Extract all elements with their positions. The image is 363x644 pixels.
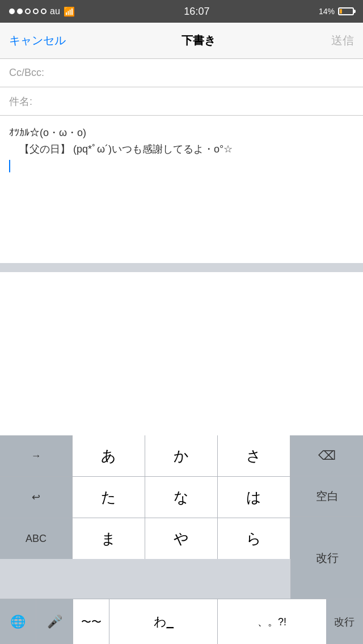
nav-title: 下書き bbox=[182, 33, 216, 48]
signal-dot-4 bbox=[33, 9, 39, 14]
battery-fill bbox=[340, 9, 342, 14]
key-ha[interactable]: は bbox=[218, 477, 290, 518]
battery-icon bbox=[338, 7, 354, 15]
status-left: au 📶 bbox=[9, 6, 75, 17]
key-abc[interactable]: ABC bbox=[0, 518, 73, 559]
subject-input[interactable] bbox=[54, 95, 354, 107]
status-right: 14% bbox=[319, 7, 354, 16]
cancel-button[interactable]: キャンセル bbox=[9, 33, 66, 48]
send-button[interactable]: 送信 bbox=[331, 33, 354, 48]
key-arrow[interactable]: → bbox=[0, 435, 73, 476]
key-sa[interactable]: さ bbox=[218, 435, 290, 476]
key-wave[interactable]: 〜〜 bbox=[73, 599, 109, 644]
email-body-text: ｵﾂｶﾙ☆(o・ω・o)ゝ 【父の日】 (pq*ﾟω´)いつも感謝してるよ・o°… bbox=[9, 125, 354, 158]
key-row-1: → あ か さ bbox=[0, 435, 290, 477]
key-backspace[interactable]: ⌫ bbox=[291, 435, 363, 476]
signal-dot-5 bbox=[41, 9, 47, 14]
keyboard[interactable]: → あ か さ ↩ た な は ABC ま や ら ⌫ 空白 bbox=[0, 435, 363, 644]
key-wa[interactable]: わ_ bbox=[109, 599, 218, 644]
key-row-3: ABC ま や ら bbox=[0, 518, 290, 559]
cc-bcc-label: Cc/Bcc: bbox=[9, 67, 54, 79]
key-ka[interactable]: か bbox=[145, 435, 218, 476]
key-ra[interactable]: ら bbox=[218, 518, 290, 559]
carrier-label: au bbox=[50, 6, 60, 16]
key-ma[interactable]: ま bbox=[73, 518, 145, 559]
keyboard-main: → あ か さ ↩ た な は ABC ま や ら ⌫ 空白 bbox=[0, 435, 363, 599]
signal-dot-1 bbox=[9, 9, 15, 14]
keyboard-left: → あ か さ ↩ た な は ABC ま や ら bbox=[0, 435, 290, 599]
subject-label: 件名: bbox=[9, 95, 54, 108]
key-mic[interactable]: 🎤 bbox=[36, 599, 73, 644]
key-row-2: ↩ た な は bbox=[0, 477, 290, 518]
keyboard-right-column: ⌫ 空白 改行 bbox=[290, 435, 363, 599]
key-a[interactable]: あ bbox=[73, 435, 145, 476]
key-ta[interactable]: た bbox=[73, 477, 145, 518]
key-enter-bottom[interactable]: 改行 bbox=[327, 599, 363, 644]
wifi-icon: 📶 bbox=[64, 6, 75, 17]
text-cursor bbox=[9, 160, 10, 172]
signal-dots bbox=[9, 9, 47, 14]
key-punctuation[interactable]: 、。?! bbox=[218, 599, 326, 644]
signal-dot-3 bbox=[25, 9, 31, 14]
status-bar: au 📶 16:07 14% bbox=[0, 0, 363, 23]
cc-bcc-input[interactable] bbox=[54, 67, 354, 79]
keyboard-bottom-row: 🌐 🎤 〜〜 わ_ 、。?! 改行 bbox=[0, 599, 363, 644]
email-form: Cc/Bcc: 件名: ｵﾂｶﾙ☆(o・ω・o)ゝ 【父の日】 (pq*ﾟω´)… bbox=[0, 59, 363, 263]
subject-row[interactable]: 件名: bbox=[0, 87, 363, 116]
key-globe[interactable]: 🌐 bbox=[0, 599, 36, 644]
key-na[interactable]: な bbox=[145, 477, 218, 518]
time-display: 16:07 bbox=[184, 6, 209, 18]
cc-bcc-row[interactable]: Cc/Bcc: bbox=[0, 59, 363, 87]
key-enter[interactable]: 改行 bbox=[291, 517, 363, 599]
email-body[interactable]: ｵﾂｶﾙ☆(o・ω・o)ゝ 【父の日】 (pq*ﾟω´)いつも感謝してるよ・o°… bbox=[0, 116, 363, 263]
key-space[interactable]: 空白 bbox=[291, 476, 363, 517]
key-undo[interactable]: ↩ bbox=[0, 477, 73, 518]
signal-dot-2 bbox=[17, 9, 23, 14]
battery-percent: 14% bbox=[319, 7, 335, 16]
nav-bar: キャンセル 下書き 送信 bbox=[0, 23, 363, 59]
keyboard-separator bbox=[0, 263, 363, 272]
text-cursor-line bbox=[9, 160, 354, 172]
key-ya[interactable]: や bbox=[145, 518, 218, 559]
